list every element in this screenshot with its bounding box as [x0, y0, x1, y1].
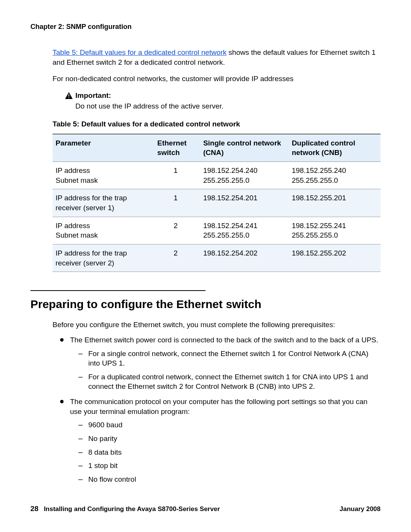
svg-rect-2: [68, 97, 69, 98]
section-title: Preparing to configure the Ethernet swit…: [30, 298, 381, 311]
bullet-text: The communication protocol on your compu…: [70, 398, 368, 415]
table-row: IP address Subnet mask 1 198.152.254.240…: [53, 162, 381, 189]
table-row: IP address Subnet mask 2 198.152.254.241…: [53, 217, 381, 244]
cell-cna: 198.152.254.241 255.255.255.0: [200, 217, 289, 244]
list-item: 9600 baud: [78, 420, 381, 430]
prep-intro: Before you configure the Ethernet switch…: [53, 320, 381, 330]
cell-switch: 2: [154, 244, 200, 272]
cell-switch: 1: [154, 162, 200, 189]
bullet-text: The Ethernet switch power cord is connec…: [70, 336, 378, 344]
intro-paragraph-2: For non-dedicated control networks, the …: [53, 74, 381, 84]
default-values-table: Parameter Ethernet switch Single control…: [53, 134, 381, 272]
th-cna: Single control network (CNA): [200, 134, 289, 162]
cell-parameter: IP address Subnet mask: [53, 217, 154, 244]
cell-parameter: IP address for the trap receiver (server…: [53, 244, 154, 272]
table-row: IP address for the trap receiver (server…: [53, 189, 381, 217]
important-label: Important:: [75, 91, 111, 101]
cell-cnb: 198.152.255.240 255.255.255.0: [289, 162, 381, 189]
cell-cna: 198.152.254.201: [200, 189, 289, 217]
list-item: 8 data bits: [78, 447, 381, 457]
cell-switch: 1: [154, 189, 200, 217]
list-item: 1 stop bit: [78, 461, 381, 471]
page-footer: 28 Installing and Configuring the Avaya …: [30, 505, 381, 513]
footer-date: January 2008: [339, 505, 381, 513]
cell-cnb: 198.152.255.201: [289, 189, 381, 217]
list-item: For a duplicated control network, connec…: [78, 372, 381, 391]
list-item: The Ethernet switch power cord is connec…: [60, 335, 381, 391]
th-ethernet-switch: Ethernet switch: [154, 134, 200, 162]
cell-parameter: IP address Subnet mask: [53, 162, 154, 189]
cell-cna: 198.152.254.202: [200, 244, 289, 272]
cell-cna: 198.152.254.240 255.255.255.0: [200, 162, 289, 189]
list-item: For a single control network, connect th…: [78, 349, 381, 368]
table5-link[interactable]: Table 5: Default values for a dedicated …: [53, 48, 226, 56]
list-item: The communication protocol on your compu…: [60, 397, 381, 484]
cell-cnb: 198.152.255.241 255.255.255.0: [289, 217, 381, 244]
intro-paragraph-1: Table 5: Default values for a dedicated …: [53, 48, 381, 67]
footer-title: Installing and Configuring the Avaya S87…: [44, 505, 220, 513]
important-text: Do not use the IP address of the active …: [75, 101, 381, 111]
th-cnb: Duplicated control network (CNB): [289, 134, 381, 162]
cell-cnb: 198.152.255.202: [289, 244, 381, 272]
important-note: Important: Do not use the IP address of …: [75, 91, 381, 111]
page-number: 28: [30, 505, 38, 513]
table-header-row: Parameter Ethernet switch Single control…: [53, 134, 381, 162]
section-divider: [30, 290, 206, 291]
cell-parameter: IP address for the trap receiver (server…: [53, 189, 154, 217]
table-row: IP address for the trap receiver (server…: [53, 244, 381, 272]
th-parameter: Parameter: [53, 134, 154, 162]
warning-icon: [65, 92, 73, 99]
table-caption: Table 5: Default values for a dedicated …: [53, 119, 381, 129]
cell-switch: 2: [154, 217, 200, 244]
list-item: No parity: [78, 434, 381, 444]
svg-rect-1: [68, 94, 69, 96]
chapter-header: Chapter 2: SNMP configuration: [30, 23, 381, 31]
list-item: No flow control: [78, 474, 381, 484]
